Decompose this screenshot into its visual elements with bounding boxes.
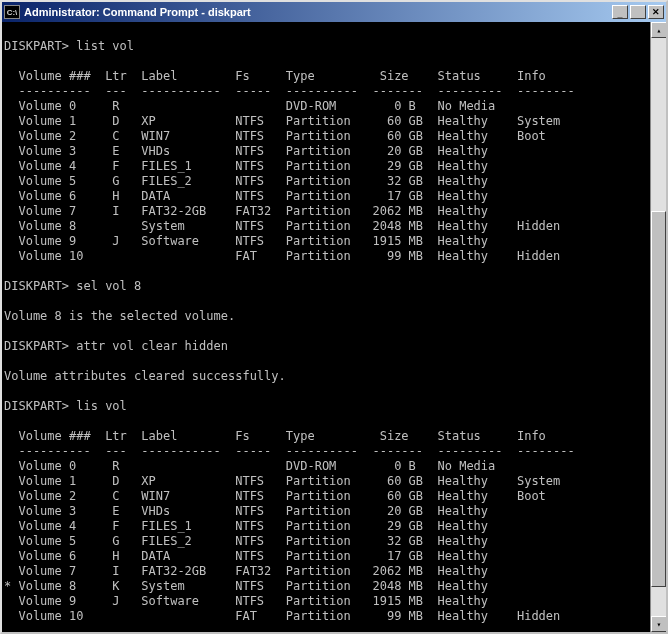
close-button[interactable]: ✕: [648, 5, 664, 19]
titlebar[interactable]: C:\ Administrator: Command Prompt - disk…: [2, 2, 666, 22]
terminal-output[interactable]: DISKPART> list vol Volume ### Ltr Label …: [2, 22, 650, 632]
scroll-up-button[interactable]: ▴: [651, 22, 666, 38]
scroll-down-button[interactable]: ▾: [651, 616, 666, 632]
vertical-scrollbar[interactable]: ▴ ▾: [650, 22, 666, 632]
scrollbar-track[interactable]: [651, 38, 666, 616]
scrollbar-thumb[interactable]: [651, 211, 666, 587]
maximize-button[interactable]: [630, 5, 646, 19]
window-controls: _ ✕: [612, 5, 664, 19]
command-prompt-window: C:\ Administrator: Command Prompt - disk…: [0, 0, 668, 634]
content-area: DISKPART> list vol Volume ### Ltr Label …: [2, 22, 666, 632]
window-title: Administrator: Command Prompt - diskpart: [24, 6, 612, 18]
cmd-icon: C:\: [4, 5, 20, 19]
minimize-button[interactable]: _: [612, 5, 628, 19]
